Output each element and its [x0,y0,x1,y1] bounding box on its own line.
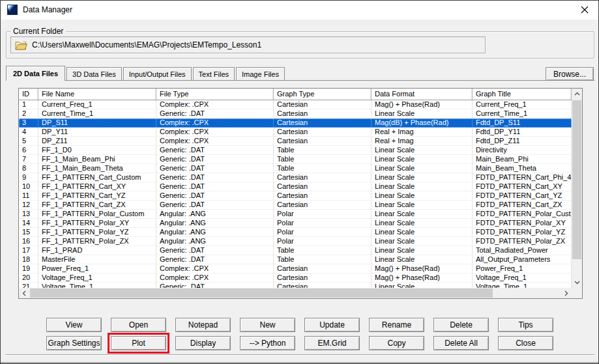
scroll-down-button[interactable] [572,277,582,288]
cell-file-type: Complex: .CPX [156,273,274,283]
cell-graph-title: Fdtd_DP_Z11 [473,137,572,146]
table-row[interactable]: 8FF_1_Main_Beam_ThetaGeneric: .DATTableL… [19,164,572,173]
cell-file-name: FF_1_PATTERN_Cart_ZX [38,201,156,210]
cell-file-name: FF_1_PATTERN_Polar_YZ [38,228,156,237]
tab-image-files[interactable]: Image Files [236,67,285,80]
cell-id: 4 [19,128,38,137]
copy-button[interactable]: Copy [369,336,424,350]
table-row[interactable]: 20Voltage_Freq_1Complex: .CPXCartesianMa… [19,273,572,283]
notepad-button[interactable]: Notepad [175,318,231,332]
display-button[interactable]: Display [175,336,231,350]
open-button[interactable]: Open [111,318,166,332]
table-row[interactable]: 7FF_1_Main_Beam_PhiGeneric: .DATTableLin… [19,155,572,164]
cell-id: 14 [19,219,38,228]
cell-data-format: Linear Scale [372,191,473,201]
chevron-left-icon [22,290,26,296]
cell-file-type: Complex: .CPX [156,137,274,146]
cell-file-name: FF_1_PATTERN_Polar_Custom [38,210,156,219]
close-button[interactable]: Close [498,336,553,350]
table-row[interactable]: 9FF_1_PATTERN_Cart_CustomGeneric: .DATCa… [19,173,572,182]
scroll-right-button[interactable] [561,288,572,298]
table-row[interactable]: 16FF_1_PATTERN_Polar_ZXAngular: .ANGPola… [19,237,572,246]
table-row[interactable]: 4DP_Y11Complex: .CPXCartesianReal + Imag… [19,128,572,137]
vertical-scrollbar[interactable] [572,89,582,288]
cell-file-type: Generic: .DAT [156,255,274,264]
cell-file-type: Complex: .CPX [156,100,274,109]
cell-id: 1 [19,100,38,109]
cell-graph-type: Cartesian [274,137,372,146]
folder-icon [15,40,27,50]
view-button[interactable]: View [46,318,102,332]
table-row[interactable]: 11FF_1_PATTERN_Cart_YZGeneric: .DATCarte… [19,191,572,201]
cell-file-name: FF_1_PRAD [38,246,156,255]
window-bottom-edge [1,362,598,363]
table-row[interactable]: 12FF_1_PATTERN_Cart_ZXGeneric: .DATCarte… [19,201,572,210]
new-button[interactable]: New [240,318,295,332]
table-row[interactable]: 6FF_1_D0Generic: .DATTableLinear ScaleDi… [19,146,572,155]
close-button[interactable] [574,1,596,19]
cell-graph-title: Total_Radiated_Power [473,246,572,255]
plot-button[interactable]: Plot [111,336,166,350]
cell-file-name: Power_Freq_1 [38,264,156,273]
delete-button[interactable]: Delete [433,318,489,332]
title-bar: Data Manager [1,1,598,20]
tab-text-files[interactable]: Text Files [193,67,235,80]
column-header-data-format[interactable]: Data Format [372,89,473,100]
table-row[interactable]: 5DP_Z11Complex: .CPXCartesianReal + Imag… [19,137,572,146]
cell-file-name: DP_Z11 [38,137,156,146]
cell-file-type: Angular: .ANG [156,219,274,228]
cell-id: 9 [19,173,38,182]
delete-all-button[interactable]: Delete All [433,336,489,350]
horizontal-scroll-thumb[interactable] [30,288,493,298]
cell-data-format: Real + Imag [372,137,473,146]
cell-graph-type: Polar [274,219,372,228]
rename-button[interactable]: Rename [369,318,424,332]
column-header-id[interactable]: ID [19,89,38,100]
column-header-graph-type[interactable]: Graph Type [274,89,372,100]
cell-graph-title: FDTD_PATTERN_Cart_XY [473,182,572,191]
column-header-file-name[interactable]: File Name [38,89,156,100]
tab-2d-data-files[interactable]: 2D Data Files [6,66,65,81]
column-header-graph-title[interactable]: Graph Title [473,89,572,100]
table-row[interactable]: 3DP_S11Complex: .CPXCartesianMag(dB) + P… [19,119,572,128]
vertical-scroll-thumb[interactable] [572,100,581,259]
cell-data-format: Linear Scale [372,255,473,264]
chevron-right-icon [564,290,568,296]
cell-graph-type: Cartesian [274,119,372,128]
table-row[interactable]: 18MasterFileGeneric: .DATTableLinear Sca… [19,255,572,264]
table-row[interactable]: 10FF_1_PATTERN_Cart_XYGeneric: .DATCarte… [19,182,572,191]
cell-graph-type: Table [274,255,372,264]
table-row[interactable]: 15FF_1_PATTERN_Polar_YZAngular: .ANGPola… [19,228,572,237]
table-row[interactable]: 17FF_1_PRADGeneric: .DATTableLinear Scal… [19,246,572,255]
em-grid-button[interactable]: EM.Grid [304,336,360,350]
cell-file-name: Voltage_Freq_1 [38,273,156,283]
cell-graph-type: Polar [274,210,372,219]
cell-file-name: FF_1_PATTERN_Cart_YZ [38,191,156,201]
-python-button[interactable]: --> Python [240,336,295,350]
tips-button[interactable]: Tips [498,318,553,332]
graph-settings-button[interactable]: Graph Settings [46,336,102,350]
cell-file-name: DP_S11 [38,119,156,128]
cell-data-format: Mag(dB) + Phase(Rad) [372,119,473,128]
cell-id: 18 [19,255,38,264]
cell-id: 8 [19,164,38,173]
tab-3d-data-files[interactable]: 3D Data Files [66,67,122,80]
tab-input-output-files[interactable]: Input/Output Files [123,67,192,80]
table-row[interactable]: 19Power_Freq_1Complex: .CPXCartesianMag(… [19,264,572,273]
cell-file-name: Current_Time_1 [38,109,156,119]
cell-data-format: Mag() + Phase(Rad) [372,273,473,283]
cell-graph-title: FDTD_PATTERN_Polar_ZX [473,237,572,246]
scroll-up-button[interactable] [572,89,582,99]
horizontal-scrollbar[interactable] [19,288,572,298]
cell-file-type: Generic: .DAT [156,182,274,191]
table-row[interactable]: 2Current_Time_1Generic: .DATCartesianLin… [19,109,572,119]
cell-graph-type: Cartesian [274,128,372,137]
cell-file-type: Generic: .DAT [156,201,274,210]
table-row[interactable]: 1Current_Freq_1Complex: .CPXCartesianMag… [19,100,572,109]
table-row[interactable]: 13FF_1_PATTERN_Polar_CustomAngular: .ANG… [19,210,572,219]
table-row[interactable]: 14FF_1_PATTERN_Polar_XYAngular: .ANGPola… [19,219,572,228]
column-header-file-type[interactable]: File Type [156,89,274,100]
update-button[interactable]: Update [304,318,360,332]
cell-file-type: Angular: .ANG [156,228,274,237]
scroll-left-button[interactable] [19,288,29,298]
